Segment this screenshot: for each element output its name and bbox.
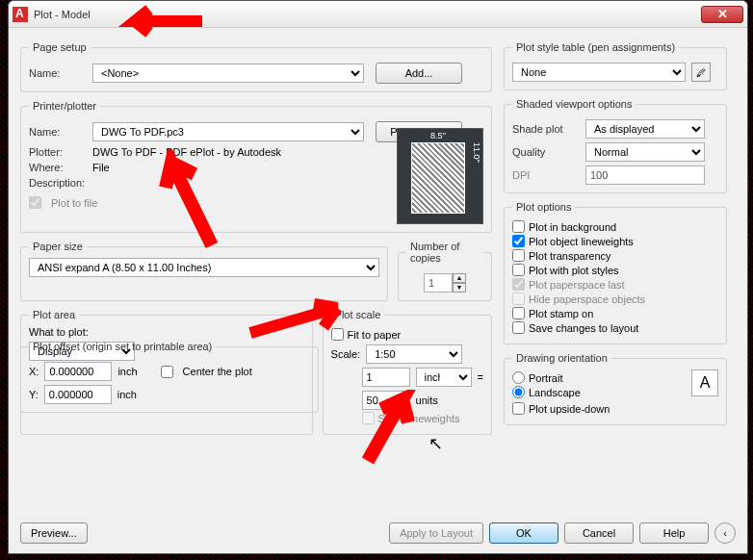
- plot-lineweights-label: Plot object lineweights: [529, 236, 634, 247]
- scale-unit-input[interactable]: [362, 368, 410, 387]
- preview-height: 11.0'': [472, 142, 481, 163]
- center-plot-label: Center the plot: [183, 366, 252, 377]
- quality-select[interactable]: Normal: [585, 142, 705, 162]
- hide-paperspace-label: Hide paperspace objects: [529, 293, 645, 305]
- landscape-radio[interactable]: [512, 386, 525, 398]
- dpi-input: [585, 165, 705, 185]
- scale-lineweights-label: Scale lineweights: [378, 413, 460, 424]
- plot-to-file-label: Plot to file: [51, 197, 97, 209]
- plot-stamp-label: Plot stamp on: [529, 308, 593, 319]
- page-setup-legend: Page setup: [29, 41, 91, 53]
- fit-to-paper-label: Fit to paper: [348, 329, 402, 341]
- offset-y-unit: inch: [117, 389, 137, 400]
- help-button[interactable]: Help: [639, 522, 709, 544]
- offset-x-label: X:: [29, 366, 39, 377]
- scale-select[interactable]: 1:50: [366, 344, 462, 364]
- orientation-group: Drawing orientation Portrait Landscape A…: [504, 352, 727, 425]
- close-button[interactable]: ✕: [701, 6, 743, 23]
- dpi-label: DPI: [512, 169, 580, 181]
- copies-legend: Number of copies: [406, 241, 483, 264]
- portrait-label: Portrait: [529, 372, 562, 384]
- upside-down-label: Plot upside-down: [529, 403, 610, 415]
- preview-width: 8.5'': [411, 131, 465, 140]
- what-to-plot-label: What to plot:: [29, 326, 304, 338]
- plot-area-legend: Plot area: [29, 309, 79, 320]
- plot-styles-check[interactable]: [512, 264, 525, 276]
- plot-style-legend: Plot style table (pen assignments): [512, 41, 679, 53]
- save-changes-label: Save changes to layout: [529, 322, 638, 334]
- printer-name-select[interactable]: DWG To PDF.pc3: [92, 122, 364, 141]
- plot-scale-legend: Plot scale: [331, 309, 385, 320]
- save-changes-check[interactable]: [512, 321, 525, 334]
- copies-group: Number of copies ▲▼: [398, 241, 492, 301]
- plot-to-file-check: [29, 196, 41, 209]
- plot-dialog: Plot - Model ✕ Page setup Name: <None> A…: [8, 0, 748, 554]
- plot-offset-group: Plot offset (origin set to printable are…: [20, 341, 319, 413]
- preview-paper-icon: [411, 142, 465, 214]
- plot-transparency-check[interactable]: [512, 249, 525, 262]
- orientation-legend: Drawing orientation: [512, 352, 611, 364]
- window-title: Plot - Model: [34, 9, 91, 20]
- plot-stamp-check[interactable]: [512, 307, 525, 319]
- shaded-viewport-legend: Shaded viewport options: [512, 98, 636, 110]
- autocad-icon: [13, 7, 28, 22]
- scale-unit-select[interactable]: inches: [416, 368, 472, 387]
- plot-paperspace-label: Plot paperspace last: [529, 279, 625, 291]
- copies-input: [424, 273, 453, 293]
- plot-lineweights[interactable]: [512, 235, 525, 247]
- plot-options-group: Plot options Plot in background Plot obj…: [504, 201, 727, 344]
- plot-style-group: Plot style table (pen assignments) None …: [504, 41, 727, 90]
- edit-style-icon[interactable]: 🖉: [691, 63, 711, 82]
- apply-to-layout-button: Apply to Layout: [389, 522, 483, 544]
- center-plot-check[interactable]: [161, 366, 173, 378]
- paper-size-select[interactable]: ANSI expand A (8.50 x 11.00 Inches): [29, 258, 379, 277]
- page-setup-name-label: Name:: [29, 67, 87, 79]
- plot-background-label: Plot in background: [529, 221, 616, 233]
- hide-paperspace-check: [512, 293, 525, 305]
- collapse-button[interactable]: ‹: [714, 522, 736, 544]
- paper-size-group: Paper size ANSI expand A (8.50 x 11.00 I…: [20, 241, 388, 301]
- titlebar: Plot - Model ✕: [9, 1, 747, 28]
- page-setup-name-select[interactable]: <None>: [92, 64, 364, 83]
- printer-group: Printer/plotter Name: DWG To PDF.pc3 Pro…: [20, 100, 492, 233]
- plot-paperspace-check: [512, 278, 525, 291]
- plotter-label: Plotter:: [29, 146, 87, 158]
- offset-x-unit: inch: [117, 366, 137, 377]
- cancel-button[interactable]: Cancel: [564, 522, 634, 544]
- plotter-value: DWG To PDF - PDF ePlot - by Autodesk: [92, 146, 281, 158]
- where-value: File: [92, 162, 110, 173]
- plot-style-select[interactable]: None: [512, 63, 686, 82]
- add-page-setup-button[interactable]: Add...: [376, 63, 462, 84]
- page-setup-group: Page setup Name: <None> Add...: [20, 41, 492, 92]
- plot-options-legend: Plot options: [512, 201, 575, 213]
- where-label: Where:: [29, 162, 87, 173]
- ok-button[interactable]: OK: [489, 522, 558, 544]
- scale-drawing-label: units: [416, 395, 438, 406]
- offset-y-label: Y:: [29, 389, 39, 400]
- equals-icon: =: [478, 371, 483, 383]
- mouse-cursor-icon: ↖: [428, 433, 443, 454]
- description-label: Description:: [29, 177, 87, 189]
- preview-button[interactable]: Preview...: [20, 522, 88, 544]
- printer-name-label: Name:: [29, 126, 87, 138]
- quality-label: Quality: [512, 146, 580, 158]
- portrait-radio[interactable]: [512, 371, 525, 384]
- paper-size-legend: Paper size: [29, 241, 87, 252]
- offset-y-input[interactable]: [44, 385, 112, 404]
- plot-styles-label: Plot with plot styles: [529, 265, 619, 276]
- fit-to-paper-check[interactable]: [331, 328, 344, 341]
- shade-plot-label: Shade plot: [512, 123, 580, 135]
- shade-plot-select[interactable]: As displayed: [585, 119, 705, 139]
- plot-transparency-label: Plot transparency: [529, 250, 611, 262]
- scale-drawing-input[interactable]: [362, 391, 410, 410]
- landscape-label: Landscape: [529, 387, 581, 398]
- plot-offset-legend: Plot offset (origin set to printable are…: [29, 341, 216, 352]
- upside-down-check[interactable]: [512, 402, 525, 415]
- paper-preview: 8.5'' 11.0'': [397, 128, 483, 224]
- scale-label: Scale:: [331, 348, 361, 360]
- offset-x-input[interactable]: [44, 362, 112, 381]
- orientation-icon: A: [691, 369, 718, 396]
- printer-legend: Printer/plotter: [29, 100, 100, 112]
- copies-spinner: ▲▼: [453, 273, 466, 293]
- plot-background-check[interactable]: [512, 220, 525, 233]
